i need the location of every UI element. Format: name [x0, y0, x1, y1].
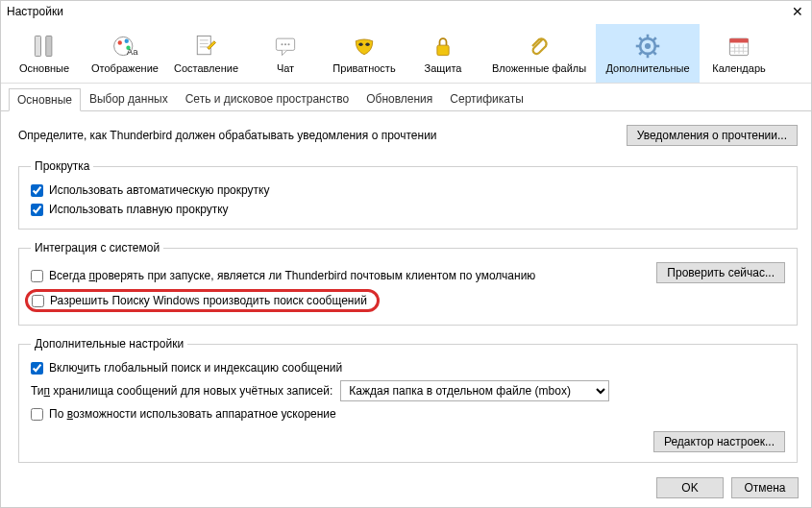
tab-general[interactable]: Основные	[9, 88, 81, 111]
read-receipts-button[interactable]: Уведомления о прочтении...	[627, 125, 798, 146]
auto-scroll-row[interactable]: Использовать автоматическую прокрутку	[31, 181, 785, 200]
storage-select[interactable]: Каждая папка в отдельном файле (mbox)	[340, 380, 609, 401]
svg-point-16	[365, 43, 369, 47]
toolbar: Основные Aa Отображение Составление Чат …	[1, 22, 811, 84]
svg-point-12	[281, 43, 283, 45]
svg-point-14	[287, 43, 289, 45]
palette-icon: Aa	[111, 33, 138, 60]
windows-search-label: Разрешить Поиску Windows производить пои…	[50, 294, 367, 307]
toolbar-general[interactable]: Основные	[5, 24, 84, 83]
smooth-scroll-label: Использовать плавную прокрутку	[49, 203, 229, 216]
toolbar-privacy[interactable]: Приватность	[325, 24, 404, 83]
toolbar-label: Приватность	[332, 62, 395, 74]
global-search-row[interactable]: Включить глобальный поиск и индексацию с…	[31, 358, 785, 377]
toolbar-label: Основные	[19, 62, 69, 74]
integration-group: Интеграция с системой Проверить сейчас..…	[18, 241, 798, 326]
intro-text: Определите, как Thunderbird должен обраб…	[18, 129, 437, 142]
toolbar-compose[interactable]: Составление	[166, 24, 246, 83]
svg-rect-7	[198, 36, 211, 55]
close-icon[interactable]: ✕	[792, 4, 803, 19]
smooth-scroll-row[interactable]: Использовать плавную прокрутку	[31, 200, 785, 219]
svg-line-25	[639, 52, 642, 55]
svg-point-4	[125, 39, 129, 43]
calendar-icon	[726, 33, 752, 60]
svg-rect-29	[729, 38, 748, 42]
toolbar-attachments[interactable]: Вложенные файлы	[482, 24, 596, 83]
toolbar-label: Отображение	[91, 62, 159, 74]
sub-tabs: Основные Выбор данных Сеть и дисковое пр…	[1, 84, 811, 111]
config-editor-button[interactable]: Редактор настроек...	[653, 431, 785, 452]
tab-data[interactable]: Выбор данных	[81, 87, 177, 110]
tab-certs[interactable]: Сертификаты	[441, 87, 532, 110]
toolbar-appearance[interactable]: Aa Отображение	[84, 24, 166, 83]
toolbar-chat[interactable]: Чат	[246, 24, 325, 83]
toolbar-label: Дополнительные	[605, 62, 689, 74]
cancel-button[interactable]: Отмена	[731, 477, 799, 498]
compose-icon	[192, 33, 219, 60]
default-client-label: Всегда проверять при запуске, является л…	[49, 269, 535, 282]
svg-point-15	[358, 43, 362, 47]
tab-updates[interactable]: Обновления	[357, 87, 441, 110]
svg-point-27	[645, 43, 651, 49]
check-now-button[interactable]: Проверить сейчас...	[656, 262, 785, 283]
svg-line-26	[653, 37, 656, 40]
svg-rect-0	[35, 36, 40, 57]
svg-line-23	[639, 37, 642, 40]
mask-icon	[351, 33, 378, 60]
paperclip-icon	[526, 33, 553, 60]
chat-icon	[272, 33, 299, 60]
hw-accel-label: По возможности использовать аппаратное у…	[49, 407, 336, 421]
toolbar-label: Календарь	[712, 62, 766, 74]
svg-point-13	[284, 43, 286, 45]
auto-scroll-label: Использовать автоматическую прокрутку	[49, 183, 269, 197]
toolbar-label: Чат	[277, 62, 294, 74]
global-search-label: Включить глобальный поиск и индексацию с…	[49, 361, 342, 375]
hw-accel-row[interactable]: По возможности использовать аппаратное у…	[31, 404, 785, 423]
toolbar-label: Составление	[174, 62, 238, 74]
svg-text:Aa: Aa	[127, 46, 138, 57]
windows-search-highlight: Разрешить Поиску Windows производить пои…	[25, 289, 380, 312]
extra-group: Дополнительные настройки Включить глобал…	[18, 337, 798, 463]
svg-rect-17	[437, 45, 449, 56]
windows-search-checkbox[interactable]	[32, 295, 44, 307]
scroll-legend: Прокрутка	[31, 159, 93, 173]
ok-button[interactable]: OK	[656, 477, 724, 498]
auto-scroll-checkbox[interactable]	[31, 184, 43, 197]
gear-icon	[634, 33, 661, 60]
smooth-scroll-checkbox[interactable]	[31, 204, 43, 216]
toolbar-calendar[interactable]: Календарь	[700, 24, 778, 83]
lock-icon	[430, 33, 456, 60]
toolbar-label: Защита	[425, 62, 462, 74]
svg-point-3	[118, 40, 122, 44]
toolbar-security[interactable]: Защита	[404, 24, 482, 83]
default-client-checkbox[interactable]	[31, 270, 43, 282]
storage-label: Тип хранилища сообщений для новых учётны…	[31, 384, 332, 398]
tab-network[interactable]: Сеть и дисковое пространство	[177, 87, 357, 110]
hw-accel-checkbox[interactable]	[31, 408, 43, 421]
extra-legend: Дополнительные настройки	[31, 337, 187, 351]
svg-line-24	[653, 52, 656, 55]
toolbar-label: Вложенные файлы	[492, 62, 586, 74]
integration-legend: Интеграция с системой	[31, 241, 163, 254]
window-title: Настройки	[7, 5, 63, 18]
scroll-group: Прокрутка Использовать автоматическую пр…	[18, 159, 798, 230]
global-search-checkbox[interactable]	[31, 362, 43, 375]
panel-icon	[31, 33, 58, 60]
svg-rect-1	[46, 36, 52, 57]
toolbar-advanced[interactable]: Дополнительные	[596, 24, 700, 83]
